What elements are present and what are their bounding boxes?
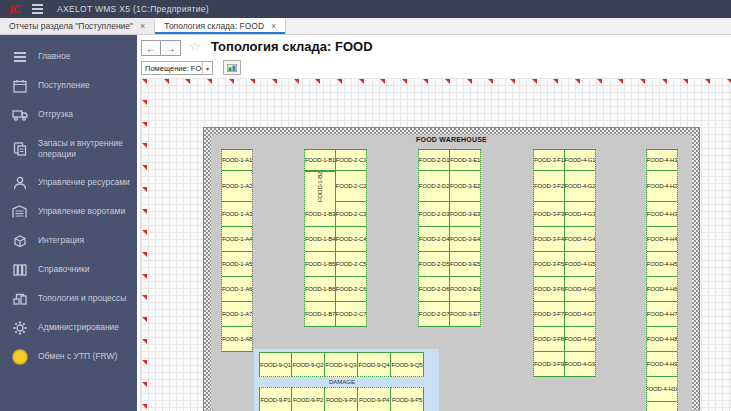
warehouse-cell[interactable]: FOOD-4-G3: [565, 202, 595, 227]
warehouse-cell[interactable]: FOOD-1-B7: [305, 302, 335, 327]
warehouse-cell[interactable]: FOOD-2-D4: [419, 227, 449, 252]
warehouse-cell[interactable]: FOOD-1-B4: [305, 227, 335, 252]
warehouse-cell[interactable]: FOOD-4-H2: [647, 171, 677, 202]
warehouse-cell[interactable]: FOOD-1-B2: [305, 171, 335, 202]
warehouse-cell[interactable]: FOOD-4-G6: [565, 277, 595, 302]
warehouse-cell[interactable]: FOOD-1-A3: [222, 202, 252, 227]
room-select[interactable]: Помещение: FOOD ▾: [141, 61, 213, 75]
warehouse-cell[interactable]: FOOD-1-A1: [222, 149, 252, 171]
warehouse-cell[interactable]: FOOD-1-A6: [222, 277, 252, 302]
warehouse-cell[interactable]: FOOD-2-D2: [419, 171, 449, 202]
warehouse-cell[interactable]: FOOD-1-A5: [222, 252, 252, 277]
warehouse-cell[interactable]: FOOD-2-D5: [419, 252, 449, 277]
sidebar-item-vorota[interactable]: Управление воротами: [0, 197, 137, 226]
ruler-marker-icon: [683, 79, 688, 84]
warehouse-cell[interactable]: FOOD-9-P1: [259, 387, 292, 411]
show-map-button[interactable]: [223, 60, 241, 75]
warehouse-cell[interactable]: FOOD-4-H11: [647, 402, 677, 411]
warehouse-cell[interactable]: FOOD-1-B3: [305, 202, 335, 227]
warehouse-cell[interactable]: FOOD-1-B1: [305, 149, 335, 171]
warehouse-cell[interactable]: FOOD-4-G4: [565, 227, 595, 252]
warehouse-cell[interactable]: FOOD-3-E5: [450, 252, 480, 277]
warehouse-cell[interactable]: FOOD-3-E7: [450, 302, 480, 327]
warehouse-cell[interactable]: FOOD-2-C3: [336, 202, 366, 227]
warehouse-cell[interactable]: FOOD-3-F8: [534, 327, 564, 352]
warehouse-cell[interactable]: FOOD-2-D3: [419, 202, 449, 227]
warehouse-cell[interactable]: FOOD-9-Q2: [292, 352, 325, 377]
topology-canvas[interactable]: FOOD WAREHOUSE FOOD-9-Q1FOOD-9-Q2FOOD-9-…: [140, 78, 731, 411]
warehouse-cell[interactable]: FOOD-1-A4: [222, 227, 252, 252]
warehouse-cell[interactable]: FOOD-3-F6: [534, 277, 564, 302]
warehouse-cell[interactable]: FOOD-4-H4: [647, 227, 677, 252]
back-button[interactable]: ←: [141, 40, 161, 56]
warehouse-cell[interactable]: FOOD-9-Q5: [391, 352, 424, 377]
warehouse-cell[interactable]: FOOD-2-C1: [336, 149, 366, 171]
warehouse-cell[interactable]: FOOD-9-P2: [292, 387, 325, 411]
warehouse-cell[interactable]: FOOD-9-Q4: [358, 352, 391, 377]
warehouse-cell[interactable]: FOOD-4-H3: [647, 202, 677, 227]
warehouse-cell[interactable]: FOOD-2-D1: [419, 149, 449, 171]
main-menu-icon[interactable]: [32, 4, 43, 14]
warehouse-cell[interactable]: FOOD-4-H9: [647, 352, 677, 377]
warehouse-cell[interactable]: FOOD-4-H7: [647, 302, 677, 327]
warehouse-cell[interactable]: FOOD-2-C6: [336, 277, 366, 302]
sidebar-item-postuplenie[interactable]: Поступление: [0, 71, 137, 100]
warehouse-cell[interactable]: FOOD-4-G9: [565, 352, 595, 377]
sidebar-item-otgruzka[interactable]: Отгрузка: [0, 100, 137, 129]
tab-reports[interactable]: Отчеты раздела "Поступление" ×: [0, 18, 155, 34]
warehouse-cell[interactable]: FOOD-4-G5: [565, 252, 595, 277]
warehouse-cell[interactable]: FOOD-3-E6: [450, 277, 480, 302]
close-icon[interactable]: ×: [271, 21, 276, 31]
warehouse-cell[interactable]: FOOD-9-Q1: [259, 352, 292, 377]
warehouse-cell[interactable]: FOOD-4-H1: [647, 149, 677, 171]
warehouse-cell[interactable]: FOOD-9-P3: [325, 387, 358, 411]
sidebar-item-spravochniki[interactable]: Справочники: [0, 255, 137, 284]
warehouse-cell[interactable]: FOOD-2-C7: [336, 302, 366, 327]
rack-A: FOOD-1-A1FOOD-1-A2FOOD-1-A3FOOD-1-A4FOOD…: [221, 149, 253, 352]
warehouse-cell[interactable]: FOOD-3-F3: [534, 202, 564, 227]
sidebar-item-glavnoe[interactable]: Главное: [0, 42, 137, 71]
sidebar-item-zapasy[interactable]: Запасы и внутренние операции: [0, 129, 137, 168]
warehouse-cell[interactable]: FOOD-4-G2: [565, 171, 595, 202]
warehouse-cell[interactable]: FOOD-4-G8: [565, 327, 595, 352]
warehouse-cell[interactable]: FOOD-4-H5: [647, 252, 677, 277]
close-icon[interactable]: ×: [140, 21, 145, 31]
warehouse-cell[interactable]: FOOD-4-G7: [565, 302, 595, 327]
warehouse-cell[interactable]: FOOD-1-B5: [305, 252, 335, 277]
warehouse-cell[interactable]: FOOD-1-B6: [305, 277, 335, 302]
warehouse-cell[interactable]: FOOD-3-F4: [534, 227, 564, 252]
sidebar-item-integraciya[interactable]: Интеграция: [0, 226, 137, 255]
ruler-marker-icon: [142, 122, 147, 127]
warehouse-cell[interactable]: FOOD-4-H8: [647, 327, 677, 352]
warehouse-cell[interactable]: FOOD-2-D6: [419, 277, 449, 302]
tab-topology[interactable]: Топология склада: FOOD ×: [155, 18, 286, 34]
warehouse-cell[interactable]: FOOD-3-E1: [450, 149, 480, 171]
warehouse-cell[interactable]: FOOD-1-A8: [222, 327, 252, 352]
warehouse-cell[interactable]: FOOD-3-F2: [534, 171, 564, 202]
warehouse-cell[interactable]: FOOD-4-G1: [565, 149, 595, 171]
warehouse-cell[interactable]: FOOD-2-C2: [336, 171, 366, 202]
warehouse-cell[interactable]: FOOD-3-F5: [534, 252, 564, 277]
warehouse-cell[interactable]: FOOD-2-C4: [336, 227, 366, 252]
sidebar-item-topologiya[interactable]: Топология и процессы: [0, 284, 137, 313]
warehouse-cell[interactable]: FOOD-4-H6: [647, 277, 677, 302]
warehouse-cell[interactable]: FOOD-9-Q3: [325, 352, 358, 377]
sidebar-item-obmen-upp[interactable]: Обмен с УТП (FRW): [0, 342, 137, 371]
warehouse-cell[interactable]: FOOD-3-F1: [534, 149, 564, 171]
favorite-star-icon[interactable]: ☆: [189, 39, 201, 54]
sidebar-item-resursy[interactable]: Управление ресурсами: [0, 168, 137, 197]
warehouse-cell[interactable]: FOOD-3-E4: [450, 227, 480, 252]
warehouse-cell[interactable]: FOOD-2-D7: [419, 302, 449, 327]
warehouse-cell[interactable]: FOOD-9-P4: [358, 387, 391, 411]
warehouse-cell[interactable]: FOOD-3-F9: [534, 352, 564, 377]
warehouse-cell[interactable]: FOOD-3-F7: [534, 302, 564, 327]
sidebar-item-administrirovanie[interactable]: Администрирование: [0, 313, 137, 342]
warehouse-cell[interactable]: FOOD-9-P5: [391, 387, 424, 411]
warehouse-cell[interactable]: FOOD-3-E2: [450, 171, 480, 202]
warehouse-cell[interactable]: FOOD-3-E3: [450, 202, 480, 227]
warehouse-cell[interactable]: FOOD-4-H10: [647, 377, 677, 402]
forward-button[interactable]: →: [161, 40, 181, 56]
warehouse-cell[interactable]: FOOD-2-C5: [336, 252, 366, 277]
warehouse-cell[interactable]: FOOD-1-A2: [222, 171, 252, 202]
warehouse-cell[interactable]: FOOD-1-A7: [222, 302, 252, 327]
